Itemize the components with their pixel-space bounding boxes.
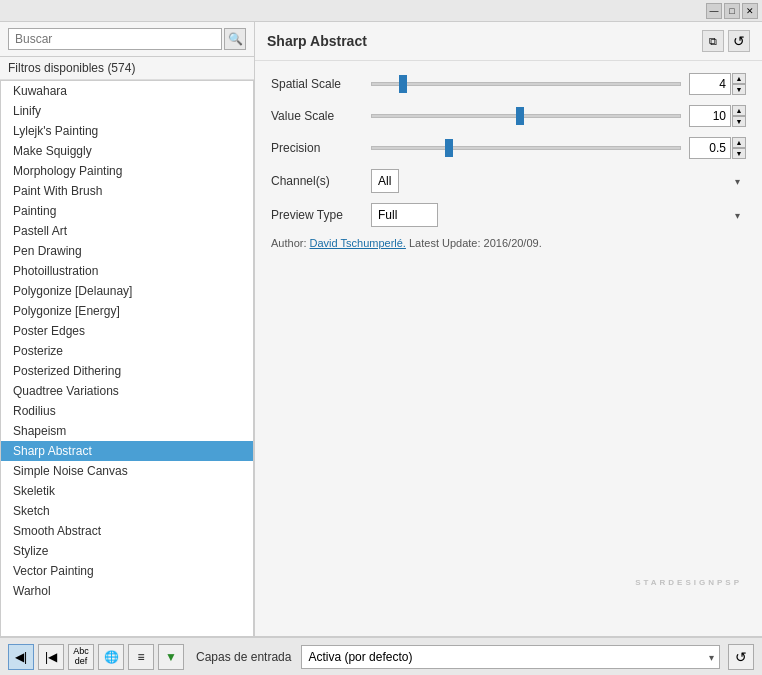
detail-title: Sharp Abstract bbox=[267, 33, 367, 49]
preview-select[interactable]: FullForwardBackward bbox=[371, 203, 438, 227]
filter-item-lylejks-painting[interactable]: Lylejk's Painting bbox=[1, 121, 253, 141]
filter-item-polygonize-delaunay[interactable]: Polygonize [Delaunay] bbox=[1, 281, 253, 301]
slider-track-precision[interactable] bbox=[371, 146, 681, 150]
toolbar-btn-abc[interactable]: Abcdef bbox=[68, 644, 94, 670]
params-area: Spatial Scale ▲ ▼ Value Scale ▲ ▼ bbox=[255, 61, 762, 636]
filter-item-shapeism[interactable]: Shapeism bbox=[1, 421, 253, 441]
author-link[interactable]: David Tschumperlé. bbox=[310, 237, 406, 249]
preview-row: Preview Type FullForwardBackward bbox=[271, 203, 746, 227]
refresh-icon: ↺ bbox=[733, 33, 745, 49]
search-icon: 🔍 bbox=[228, 32, 243, 46]
capas-dropdown-wrapper: Activa (por defecto)TodasNo activas bbox=[301, 645, 720, 669]
param-label-value-scale: Value Scale bbox=[271, 109, 371, 123]
filter-item-sharp-abstract[interactable]: Sharp Abstract bbox=[1, 441, 253, 461]
sliders-container: Spatial Scale ▲ ▼ Value Scale ▲ ▼ bbox=[271, 73, 746, 159]
slider-value-scale bbox=[371, 114, 681, 118]
slider-precision bbox=[371, 146, 681, 150]
param-label-precision: Precision bbox=[271, 141, 371, 155]
param-value-input-spatial-scale[interactable] bbox=[689, 73, 731, 95]
spinner-value-scale: ▲ ▼ bbox=[732, 105, 746, 127]
maximize-button[interactable]: □ bbox=[724, 3, 740, 19]
toolbar-btn-list[interactable]: ≡ bbox=[128, 644, 154, 670]
bottom-toolbar: ◀| |◀ Abcdef 🌐 ≡ ▼ Capas de entrada Acti… bbox=[0, 637, 762, 675]
slider-thumb-precision[interactable] bbox=[445, 139, 453, 157]
filter-item-poster-edges[interactable]: Poster Edges bbox=[1, 321, 253, 341]
watermark: STARDESIGNPSP bbox=[635, 578, 742, 587]
search-input[interactable] bbox=[8, 28, 222, 50]
filter-item-painting[interactable]: Painting bbox=[1, 201, 253, 221]
slider-track-spatial-scale[interactable] bbox=[371, 82, 681, 86]
filter-item-quadtree-variations[interactable]: Quadtree Variations bbox=[1, 381, 253, 401]
spinner-down-spatial-scale[interactable]: ▼ bbox=[732, 84, 746, 95]
list-icon: ≡ bbox=[137, 650, 144, 664]
slider-thumb-spatial-scale[interactable] bbox=[399, 75, 407, 93]
download-icon: ▼ bbox=[165, 650, 177, 664]
abc-icon: Abcdef bbox=[73, 647, 89, 667]
param-value-box-precision: ▲ ▼ bbox=[689, 137, 746, 159]
right-header: Sharp Abstract ⧉ ↺ bbox=[255, 22, 762, 61]
spinner-up-precision[interactable]: ▲ bbox=[732, 137, 746, 148]
bottom-refresh-button[interactable]: ↺ bbox=[728, 644, 754, 670]
toolbar-btn-forward[interactable]: |◀ bbox=[38, 644, 64, 670]
right-header-icons: ⧉ ↺ bbox=[702, 30, 750, 52]
capas-label: Capas de entrada bbox=[196, 650, 291, 664]
param-value-input-value-scale[interactable] bbox=[689, 105, 731, 127]
copy-button[interactable]: ⧉ bbox=[702, 30, 724, 52]
filter-header: Filtros disponibles (574) bbox=[0, 57, 254, 80]
filter-item-vector-painting[interactable]: Vector Painting bbox=[1, 561, 253, 581]
close-button[interactable]: ✕ bbox=[742, 3, 758, 19]
toolbar-btn-back[interactable]: ◀| bbox=[8, 644, 34, 670]
spinner-precision: ▲ ▼ bbox=[732, 137, 746, 159]
copy-icon: ⧉ bbox=[709, 35, 717, 48]
author-line: Author: David Tschumperlé. Latest Update… bbox=[271, 237, 746, 249]
param-row-spatial-scale: Spatial Scale ▲ ▼ bbox=[271, 73, 746, 95]
toolbar-btn-down[interactable]: ▼ bbox=[158, 644, 184, 670]
filter-item-skeletik[interactable]: Skeletik bbox=[1, 481, 253, 501]
right-content: Spatial Scale ▲ ▼ Value Scale ▲ ▼ bbox=[255, 61, 762, 637]
spinner-up-value-scale[interactable]: ▲ bbox=[732, 105, 746, 116]
spinner-down-precision[interactable]: ▼ bbox=[732, 148, 746, 159]
spinner-up-spatial-scale[interactable]: ▲ bbox=[732, 73, 746, 84]
param-row-precision: Precision ▲ ▼ bbox=[271, 137, 746, 159]
filter-item-rodilius[interactable]: Rodilius bbox=[1, 401, 253, 421]
window: — □ ✕ 🔍 Filtros disponibles (574) Kuwaha… bbox=[0, 0, 762, 675]
filter-item-polygonize-energy[interactable]: Polygonize [Energy] bbox=[1, 301, 253, 321]
channel-select[interactable]: AllRGBA bbox=[371, 169, 399, 193]
slider-track-value-scale[interactable] bbox=[371, 114, 681, 118]
globe-icon: 🌐 bbox=[104, 650, 119, 664]
filter-item-make-squiggly[interactable]: Make Squiggly bbox=[1, 141, 253, 161]
filter-item-stylize[interactable]: Stylize bbox=[1, 541, 253, 561]
filter-item-kuwahara[interactable]: Kuwahara bbox=[1, 81, 253, 101]
spinner-down-value-scale[interactable]: ▼ bbox=[732, 116, 746, 127]
slider-thumb-value-scale[interactable] bbox=[516, 107, 524, 125]
channel-dropdown-wrapper: AllRGBA bbox=[371, 169, 746, 193]
filter-item-posterize[interactable]: Posterize bbox=[1, 341, 253, 361]
capas-select[interactable]: Activa (por defecto)TodasNo activas bbox=[301, 645, 720, 669]
filter-item-morphology-painting[interactable]: Morphology Painting bbox=[1, 161, 253, 181]
filter-item-sketch[interactable]: Sketch bbox=[1, 501, 253, 521]
filter-item-simple-noise-canvas[interactable]: Simple Noise Canvas bbox=[1, 461, 253, 481]
filter-item-smooth-abstract[interactable]: Smooth Abstract bbox=[1, 521, 253, 541]
refresh-button[interactable]: ↺ bbox=[728, 30, 750, 52]
search-button[interactable]: 🔍 bbox=[224, 28, 246, 50]
main-content: 🔍 Filtros disponibles (574) KuwaharaLini… bbox=[0, 22, 762, 637]
param-value-input-precision[interactable] bbox=[689, 137, 731, 159]
back-icon: ◀| bbox=[15, 650, 27, 664]
param-label-spatial-scale: Spatial Scale bbox=[271, 77, 371, 91]
slider-spatial-scale bbox=[371, 82, 681, 86]
filter-item-linify[interactable]: Linify bbox=[1, 101, 253, 121]
toolbar-btn-globe[interactable]: 🌐 bbox=[98, 644, 124, 670]
filter-item-pastell-art[interactable]: Pastell Art bbox=[1, 221, 253, 241]
update-prefix: Latest Update: bbox=[406, 237, 484, 249]
minimize-button[interactable]: — bbox=[706, 3, 722, 19]
filter-item-pen-drawing[interactable]: Pen Drawing bbox=[1, 241, 253, 261]
param-value-box-value-scale: ▲ ▼ bbox=[689, 105, 746, 127]
search-bar: 🔍 bbox=[0, 22, 254, 57]
bottom-refresh-icon: ↺ bbox=[735, 649, 747, 665]
author-prefix: Author: bbox=[271, 237, 310, 249]
filter-item-paint-with-brush[interactable]: Paint With Brush bbox=[1, 181, 253, 201]
filter-item-posterized-dithering[interactable]: Posterized Dithering bbox=[1, 361, 253, 381]
filter-item-photoillustration[interactable]: Photoillustration bbox=[1, 261, 253, 281]
titlebar: — □ ✕ bbox=[0, 0, 762, 22]
filter-item-warhol[interactable]: Warhol bbox=[1, 581, 253, 601]
